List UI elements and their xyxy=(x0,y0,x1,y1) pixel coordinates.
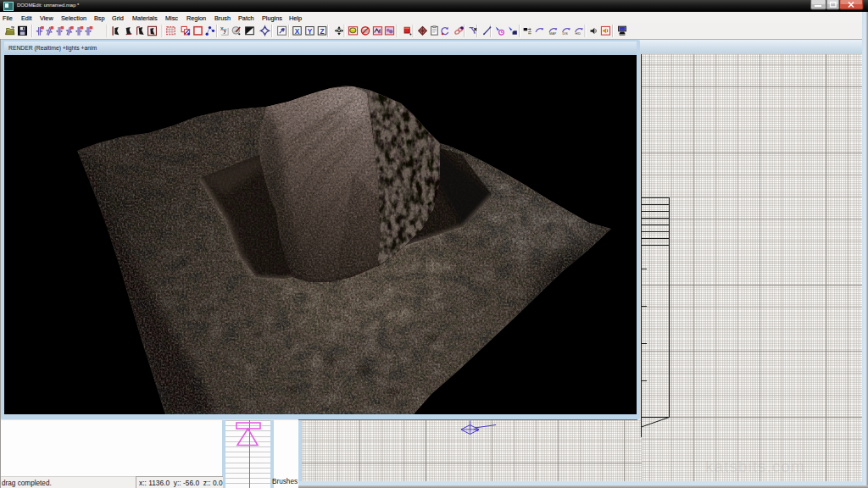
svg-text:DIS: DIS xyxy=(563,32,569,36)
svg-text:Y: Y xyxy=(308,28,313,36)
svg-text:Z: Z xyxy=(320,28,324,36)
svg-text:X: X xyxy=(295,28,300,36)
svg-text:HID: HID xyxy=(576,32,581,36)
svg-text:MAP: MAP xyxy=(549,32,557,36)
